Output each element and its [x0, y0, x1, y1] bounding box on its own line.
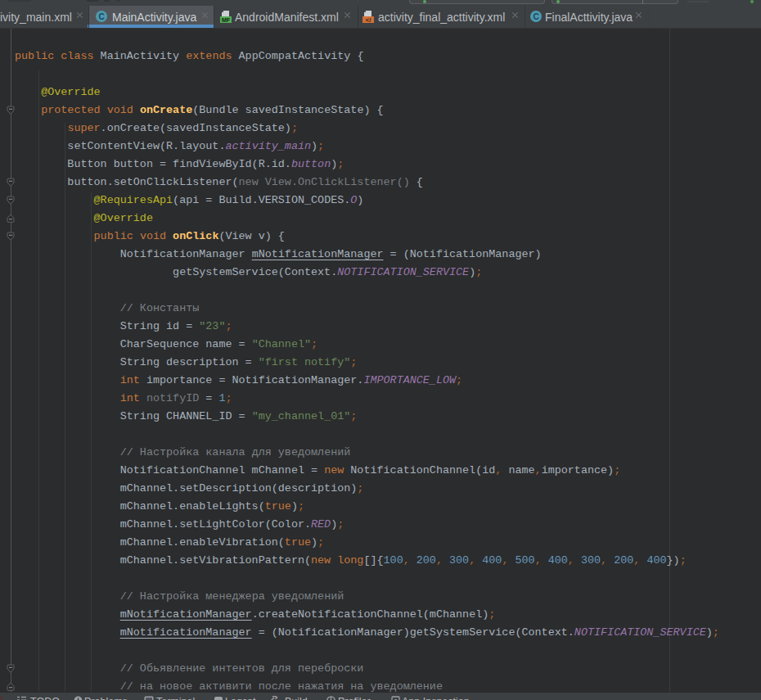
svg-text:MF: MF	[222, 17, 231, 23]
svg-text:C: C	[98, 12, 104, 21]
svg-text:C: C	[533, 12, 538, 21]
svg-text:</: </	[366, 16, 371, 24]
